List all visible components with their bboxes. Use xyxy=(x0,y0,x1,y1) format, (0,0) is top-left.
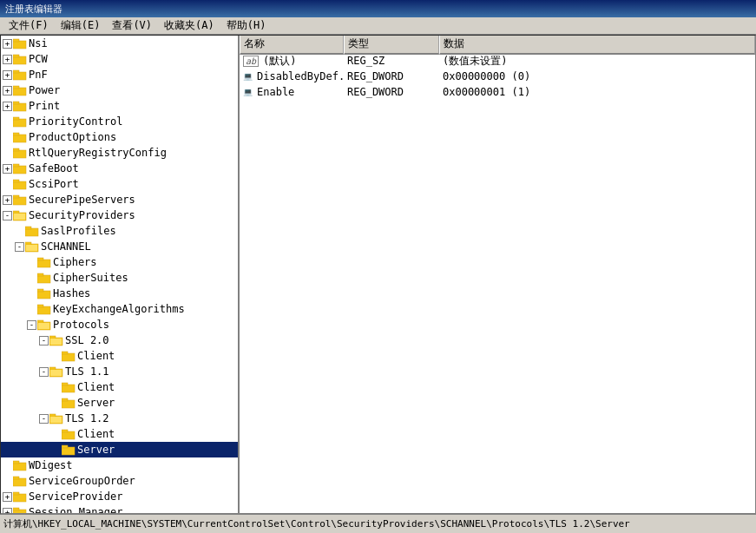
tree-node-power[interactable]: + Power xyxy=(1,82,238,98)
expand-pcw[interactable]: + xyxy=(3,55,12,64)
folder-icon-ssl20 xyxy=(49,334,63,346)
label-print: Print xyxy=(29,100,60,112)
expand-tls11[interactable]: - xyxy=(39,367,49,377)
label-saslprofiles: SaslProfiles xyxy=(41,225,116,237)
svg-rect-12 xyxy=(13,135,26,142)
tree-node-ssl20[interactable]: - SSL 2.0 xyxy=(1,332,238,348)
menu-edit[interactable]: 编辑(E) xyxy=(56,17,106,34)
tree-panel[interactable]: + Nsi + PCW + PnF + xyxy=(1,36,240,513)
col-header-data[interactable]: 数据 xyxy=(439,36,755,55)
svg-rect-24 xyxy=(14,214,25,220)
svg-rect-33 xyxy=(37,273,43,276)
col-header-type[interactable]: 类型 xyxy=(344,36,439,55)
tree-node-tls11server[interactable]: Server xyxy=(1,395,238,411)
svg-rect-21 xyxy=(13,195,19,198)
tree-node-pcw[interactable]: + PCW xyxy=(1,51,238,67)
tree-node-pnf[interactable]: + PnF xyxy=(1,67,238,82)
label-tls12: TLS 1.2 xyxy=(65,412,109,424)
expand-securityproviders[interactable]: - xyxy=(3,211,12,220)
cell-type-enable: REG_DWORD xyxy=(344,85,439,99)
svg-rect-2 xyxy=(13,56,26,64)
expand-power[interactable]: + xyxy=(3,86,12,95)
tree-node-serviceprovider[interactable]: + ServiceProvider xyxy=(1,489,238,504)
tree-node-tls11client[interactable]: Client xyxy=(1,379,238,395)
label-tls12client: Client xyxy=(77,428,115,440)
svg-rect-50 xyxy=(62,383,68,385)
main-container: + Nsi + PCW + PnF + xyxy=(0,35,756,514)
tree-node-productoptions[interactable]: ProductOptions xyxy=(1,129,238,145)
expand-nsi[interactable]: + xyxy=(3,39,12,49)
label-wdigest: WDigest xyxy=(29,459,73,471)
folder-icon-tls11client xyxy=(62,381,76,393)
folder-icon-nsi xyxy=(13,37,27,49)
expand-print[interactable]: + xyxy=(3,102,12,111)
expand-pnf[interactable]: + xyxy=(3,70,12,80)
tree-node-protocols[interactable]: - Protocols xyxy=(1,317,238,332)
folder-icon-saslprofiles xyxy=(25,225,39,237)
folder-icon-ciphersuites xyxy=(37,272,51,284)
svg-rect-11 xyxy=(13,117,19,120)
spacer-saslprofiles xyxy=(15,227,24,236)
tree-node-ssl20client[interactable]: Client xyxy=(1,348,238,364)
menu-help[interactable]: 帮助(H) xyxy=(221,17,272,34)
title-text: 注册表编辑器 xyxy=(5,3,62,16)
col-header-name[interactable]: 名称 xyxy=(240,36,344,55)
expand-protocols[interactable]: - xyxy=(27,320,36,330)
svg-rect-31 xyxy=(37,258,43,260)
folder-icon-protocols xyxy=(37,319,51,331)
tree-node-saslprofiles[interactable]: SaslProfiles xyxy=(1,223,238,239)
tree-node-hashes[interactable]: Hashes xyxy=(1,286,238,301)
tree-node-sessionmanager[interactable]: + Session Manager xyxy=(1,504,238,513)
tree-node-securityproviders[interactable]: - SecurityProviders xyxy=(1,207,238,223)
folder-icon-securityproviders xyxy=(13,209,27,221)
tree-node-keyexchange[interactable]: KeyExchangeAlgorithms xyxy=(1,301,238,317)
tree-node-tls12server[interactable]: Server xyxy=(1,442,238,457)
svg-rect-44 xyxy=(62,353,75,361)
label-ssl20: SSL 2.0 xyxy=(65,334,109,346)
cell-name-enable: 💻 Enable xyxy=(240,85,344,99)
menu-favorites[interactable]: 收藏夹(A) xyxy=(159,17,220,34)
tree-node-prioritycontrol[interactable]: PriorityControl xyxy=(1,114,238,129)
status-path: 计算机\HKEY_LOCAL_MACHINE\SYSTEM\CurrentCon… xyxy=(3,517,630,530)
folder-icon-tls12server xyxy=(62,444,76,456)
tree-node-rtlquery[interactable]: RtlQueryRegistryConfig xyxy=(1,145,238,161)
tree-node-securepipeservers[interactable]: + SecurePipeServers xyxy=(1,192,238,207)
menu-view[interactable]: 查看(V) xyxy=(107,17,157,34)
table-row[interactable]: 💻 DisabledByDef... REG_DWORD 0x00000000 … xyxy=(240,69,755,84)
label-tls12server: Server xyxy=(77,444,115,456)
tree-node-print[interactable]: + Print xyxy=(1,98,238,114)
reg-icon-dword-enable: 💻 xyxy=(243,88,253,96)
svg-rect-40 xyxy=(38,323,49,329)
tree-node-servicegrouporder[interactable]: ServiceGroupOrder xyxy=(1,473,238,489)
expand-safeboot[interactable]: + xyxy=(3,164,12,174)
tree-node-tls11[interactable]: - TLS 1.1 xyxy=(1,364,238,379)
expand-serviceprovider[interactable]: + xyxy=(3,492,12,502)
label-hashes: Hashes xyxy=(53,287,90,299)
table-row[interactable]: 💻 Enable REG_DWORD 0x00000001 (1) xyxy=(240,84,755,100)
cell-name-default-text: (默认) xyxy=(263,54,296,69)
title-bar: 注册表编辑器 xyxy=(0,0,756,17)
folder-icon-keyexchange xyxy=(37,303,51,315)
expand-tls12[interactable]: - xyxy=(39,414,49,424)
tree-node-scsiport[interactable]: ScsiPort xyxy=(1,176,238,192)
expand-ssl20[interactable]: - xyxy=(39,336,49,345)
tree-node-schannel[interactable]: - SCHANNEL xyxy=(1,239,238,254)
tree-node-tls12client[interactable]: Client xyxy=(1,426,238,442)
table-row[interactable]: ab (默认) REG_SZ (数值未设置) xyxy=(240,53,755,69)
svg-rect-28 xyxy=(25,242,31,245)
svg-rect-37 xyxy=(37,305,43,307)
tree-node-tls12[interactable]: - TLS 1.2 xyxy=(1,411,238,426)
tree-node-ciphersuites[interactable]: CipherSuites xyxy=(1,270,238,286)
tree-node-nsi[interactable]: + Nsi xyxy=(1,36,238,51)
expand-sessionmanager[interactable]: + xyxy=(3,508,12,514)
menu-file[interactable]: 文件(F) xyxy=(3,17,54,34)
label-ciphers: Ciphers xyxy=(53,256,97,268)
expand-schannel[interactable]: - xyxy=(15,242,24,252)
spacer-tls12server xyxy=(51,445,61,455)
tree-node-ciphers[interactable]: Ciphers xyxy=(1,254,238,270)
expand-securepipeservers[interactable]: + xyxy=(3,195,12,205)
tree-node-safeboot[interactable]: + SafeBoot xyxy=(1,161,238,176)
svg-rect-6 xyxy=(13,88,26,95)
cell-name-disabledbydef: 💻 DisabledByDef... xyxy=(240,69,344,83)
tree-node-wdigest[interactable]: WDigest xyxy=(1,457,238,473)
